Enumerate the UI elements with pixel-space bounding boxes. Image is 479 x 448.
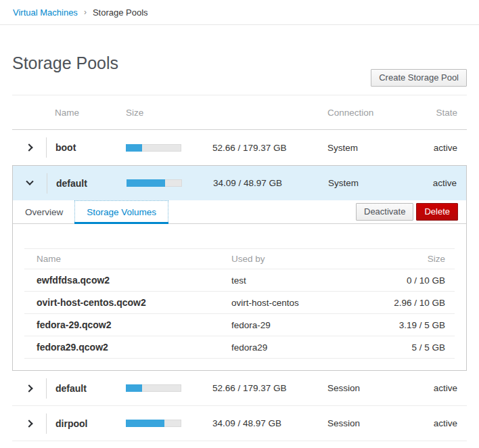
- column-header-state: State: [414, 108, 467, 118]
- volumes-column-size: Size: [353, 254, 455, 264]
- panel-bottom-spacer: [24, 359, 455, 370]
- table-row-dirpool[interactable]: dirpool 34.09 / 48.97 GB Session active: [12, 406, 467, 441]
- pool-name: default: [47, 178, 127, 189]
- table-row-default-session[interactable]: default 52.66 / 179.37 GB Session active: [12, 371, 467, 406]
- volume-row: fedora29.qcow2 fedora29 5 / 5 GB: [24, 336, 455, 359]
- breadcrumb-link-virtual-machines[interactable]: Virtual Machines: [13, 7, 78, 18]
- volume-size: 3.19 / 5 GB: [353, 320, 455, 330]
- pool-connection: Session: [319, 418, 414, 428]
- deactivate-button[interactable]: Deactivate: [356, 203, 413, 221]
- expand-toggle[interactable]: [12, 386, 46, 391]
- delete-button[interactable]: Delete: [416, 203, 458, 221]
- volume-name: ovirt-host-centos.qcow2: [24, 297, 231, 308]
- expand-toggle[interactable]: [12, 421, 46, 426]
- pool-state: active: [413, 178, 466, 188]
- volumes-column-name: Name: [24, 254, 231, 264]
- volumes-table: Name Used by Size ewfdfdsa.qcow2 test 0 …: [24, 248, 455, 359]
- table-row-boot[interactable]: boot 52.66 / 179.37 GB System active: [12, 130, 467, 165]
- volume-row: ewfdfdsa.qcow2 test 0 / 10 GB: [24, 269, 455, 292]
- volume-size: 0 / 10 GB: [353, 275, 455, 286]
- table-row-default-expanded[interactable]: default 34.09 / 48.97 GB System active: [13, 166, 466, 200]
- volume-name: fedora-29.qcow2: [24, 319, 231, 330]
- pool-connection: System: [320, 178, 413, 188]
- detail-tabbar: Overview Storage Volumes Deactivate Dele…: [13, 200, 466, 224]
- usage-progressbar: [126, 144, 181, 152]
- volume-size: 2.96 / 10 GB: [353, 298, 455, 308]
- pool-name: default: [47, 383, 126, 394]
- volume-name: fedora29.qcow2: [24, 342, 231, 353]
- breadcrumb: Virtual Machines › Storage Pools: [0, 0, 479, 25]
- page-title: Storage Pools: [0, 25, 479, 73]
- create-storage-pool-button[interactable]: Create Storage Pool: [371, 69, 467, 87]
- page-header: Storage Pools Create Storage Pool: [0, 25, 479, 95]
- storage-volumes-panel: Name Used by Size ewfdfdsa.qcow2 test 0 …: [13, 224, 466, 370]
- expanded-pool-panel: default 34.09 / 48.97 GB System active O…: [12, 165, 467, 371]
- usage-progressbar: [126, 420, 181, 427]
- tab-overview[interactable]: Overview: [14, 200, 74, 223]
- volume-row: fedora-29.qcow2 fedora-29 3.19 / 5 GB: [24, 314, 455, 336]
- volumes-header-row: Name Used by Size: [24, 249, 455, 269]
- column-header-name: Name: [46, 108, 126, 118]
- pool-connection: Session: [319, 383, 414, 393]
- chevron-right-icon: [25, 384, 32, 392]
- storage-pools-table: Name Size Connection State boot 52.66 / …: [12, 95, 467, 441]
- pool-state: active: [414, 383, 467, 393]
- pool-name: dirpool: [47, 418, 126, 429]
- column-header-connection: Connection: [319, 108, 414, 118]
- volume-name: ewfdfdsa.qcow2: [24, 275, 231, 286]
- pool-size: 34.09 / 48.97 GB: [193, 418, 319, 428]
- expand-toggle[interactable]: [12, 145, 46, 150]
- pool-name: boot: [47, 142, 126, 153]
- chevron-right-icon: [25, 420, 32, 427]
- table-header-row: Name Size Connection State: [12, 95, 467, 130]
- collapse-toggle[interactable]: [13, 181, 47, 186]
- volume-row: ovirt-host-centos.qcow2 ovirt-host-cento…: [24, 292, 455, 314]
- usage-progressbar: [126, 384, 181, 392]
- pool-state: active: [414, 143, 467, 153]
- volumes-column-used-by: Used by: [231, 254, 353, 264]
- chevron-down-icon: [26, 177, 33, 185]
- pool-size: 34.09 / 48.97 GB: [194, 178, 320, 188]
- detail-actions: Deactivate Delete: [356, 200, 466, 223]
- breadcrumb-current: Storage Pools: [93, 7, 148, 18]
- breadcrumb-separator-icon: ›: [84, 7, 87, 17]
- tab-storage-volumes[interactable]: Storage Volumes: [74, 200, 168, 223]
- usage-progressbar: [127, 179, 182, 187]
- column-header-size: Size: [126, 108, 193, 118]
- volume-used-by: fedora29: [231, 342, 353, 353]
- chevron-right-icon: [25, 143, 32, 151]
- pool-state: active: [414, 418, 467, 428]
- volume-used-by: test: [231, 275, 353, 286]
- volume-used-by: fedora-29: [231, 320, 353, 330]
- volume-size: 5 / 5 GB: [353, 342, 455, 353]
- pool-connection: System: [319, 143, 414, 153]
- pool-size: 52.66 / 179.37 GB: [193, 383, 319, 393]
- volume-used-by: ovirt-host-centos: [231, 298, 353, 308]
- pool-size: 52.66 / 179.37 GB: [193, 143, 319, 153]
